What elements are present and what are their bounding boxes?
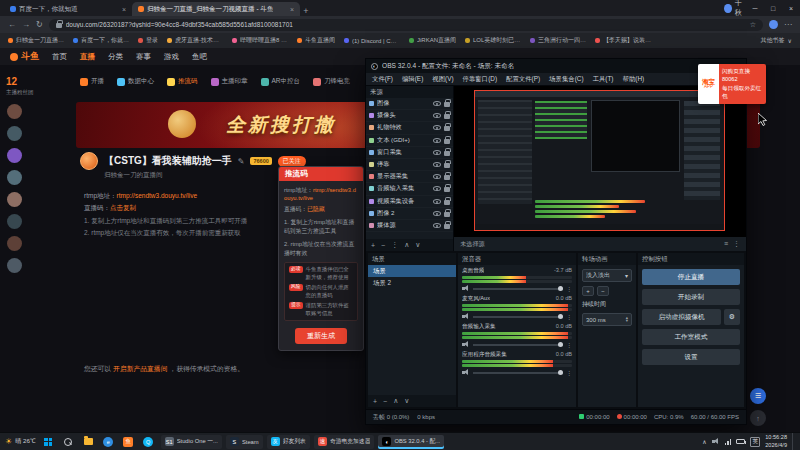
close-icon[interactable]: × (782, 5, 800, 12)
move-down-icon[interactable]: ∨ (404, 397, 409, 405)
taobao-promo-badge[interactable]: 淘宝 APP 闪购页直接 80062 每日领取外卖红包 (698, 64, 766, 104)
obs-menu-item[interactable]: 工具(T) (593, 75, 614, 84)
douyu-nav-item[interactable]: 游戏 (164, 52, 179, 62)
obs-titlebar[interactable]: ◐ OBS 32.0.4 - 配置文件: 未命名 - 场景: 未命名 ─ □ × (366, 59, 746, 73)
bookmark-star-icon[interactable]: ☆ (750, 21, 756, 29)
taskbar-window-button[interactable]: 速 奇游电竞加速器 (314, 435, 375, 449)
source-properties-icon[interactable]: ⋮ (391, 241, 398, 249)
visibility-eye-icon[interactable] (433, 113, 441, 118)
qq-app-button[interactable]: Q (141, 435, 156, 449)
lock-icon[interactable] (444, 114, 450, 119)
duration-stepper[interactable]: 300 ms ▴▾ (582, 313, 632, 326)
fan-club-badge[interactable]: 12 主播粉丝团 (6, 71, 72, 96)
channel-menu-icon[interactable]: ⋮ (566, 369, 572, 376)
source-row[interactable]: 图像 (366, 98, 453, 110)
obs-menu-item[interactable]: 视图(V) (432, 75, 453, 84)
douyu-nav-item[interactable]: 鱼吧 (192, 52, 207, 62)
source-row[interactable]: 停靠 (366, 159, 453, 171)
streamer-avatar[interactable] (7, 258, 22, 273)
streamer-tool-tab[interactable]: 主播印章 (211, 77, 248, 86)
obs-menu-item[interactable]: 编辑(E) (402, 75, 423, 84)
source-row[interactable]: 文本 (GDI+) (366, 135, 453, 147)
obs-menu-item[interactable]: 停靠窗口(D) (463, 75, 497, 84)
douyu-nav-item[interactable]: 分类 (108, 52, 123, 62)
visibility-eye-icon[interactable] (433, 186, 441, 191)
lock-icon[interactable] (444, 139, 450, 144)
source-menu-icon[interactable]: ⋮ (733, 240, 740, 248)
rtmp-value[interactable]: rtmp://sendtw3.douyu.tv/live (117, 192, 198, 199)
douyu-nav-item[interactable]: 首页 (52, 52, 67, 62)
visibility-eye-icon[interactable] (433, 199, 441, 204)
add-transition-icon[interactable]: + (582, 286, 594, 296)
bookmark-item[interactable]: 三角洲行动一四金... (530, 36, 586, 45)
minimize-icon[interactable]: ─ (746, 5, 764, 12)
move-up-icon[interactable]: ∧ (404, 241, 409, 249)
bookmark-item[interactable]: 斗鱼直播间 (297, 36, 335, 45)
virtual-camera-settings-icon[interactable]: ⚙ (724, 309, 740, 325)
other-bookmarks-button[interactable]: 其他书签 ∨ (761, 36, 792, 45)
forward-icon[interactable]: → (22, 20, 30, 29)
douyu-logo[interactable]: 斗鱼 (10, 50, 39, 63)
show-desktop-button[interactable] (792, 433, 795, 450)
code-value[interactable]: 点击复制 (110, 204, 136, 211)
streamer-tool-tab[interactable]: AR中控台 (261, 77, 301, 86)
obs-menu-item[interactable]: 文件(F) (372, 75, 393, 84)
new-tab-button[interactable]: + (300, 6, 312, 16)
lock-icon[interactable] (444, 212, 450, 217)
back-to-top-button[interactable]: ↑ (750, 410, 766, 426)
source-row[interactable]: 显示器采集 (366, 171, 453, 183)
network-icon[interactable] (725, 439, 732, 445)
douyu-nav-item[interactable]: 直播 (80, 52, 95, 62)
channel-menu-icon[interactable]: ⋮ (566, 285, 572, 292)
douyu-app-button[interactable]: 鱼 (121, 435, 136, 449)
bookmark-item[interactable]: (1) Discord | CSTG... (344, 38, 400, 44)
remove-scene-icon[interactable]: − (383, 398, 387, 405)
volume-slider[interactable] (473, 372, 563, 374)
visibility-eye-icon[interactable] (433, 174, 441, 179)
taskbar-clock[interactable]: 10:56:28 2026/4/9 (765, 434, 787, 449)
streamer-tool-tab[interactable]: 数据中心 (117, 77, 154, 86)
maximize-icon[interactable]: □ (764, 5, 782, 12)
streamer-tool-tab[interactable]: 推流码 (167, 77, 198, 86)
source-row[interactable]: 窗口采集 (366, 147, 453, 159)
remove-source-icon[interactable]: − (381, 242, 385, 249)
tab-close-icon[interactable]: × (122, 6, 126, 13)
volume-slider-knob[interactable] (558, 342, 563, 347)
weather-widget[interactable]: ☀ 晴 26℃ (5, 437, 36, 446)
remove-transition-icon[interactable]: − (597, 286, 609, 296)
douyu-nav-item[interactable]: 赛事 (136, 52, 151, 62)
visibility-eye-icon[interactable] (433, 150, 441, 155)
add-scene-icon[interactable]: + (373, 398, 377, 405)
panel-code-value[interactable]: 已隐藏 (307, 206, 324, 212)
visibility-eye-icon[interactable] (433, 211, 441, 216)
channel-menu-icon[interactable]: ⋮ (566, 313, 572, 320)
settings-button[interactable]: 设置 (642, 349, 740, 365)
volume-slider-knob[interactable] (558, 370, 563, 375)
stop-streaming-button[interactable]: 停止直播 (642, 269, 740, 285)
lock-icon[interactable] (444, 163, 450, 168)
new-room-link[interactable]: 开启新产品直播间 (113, 365, 167, 372)
bookmark-item[interactable]: 登录 (138, 36, 158, 45)
tray-expand-icon[interactable]: ∧ (702, 438, 706, 445)
stepper-arrows[interactable]: ▴▾ (626, 317, 628, 322)
profile-avatar[interactable] (769, 20, 778, 29)
volume-icon[interactable] (712, 438, 720, 445)
studio-mode-button[interactable]: 工作室模式 (642, 329, 740, 345)
bookmark-item[interactable]: 百度一下，你就知道 (73, 36, 129, 45)
speaker-mute-icon[interactable] (462, 369, 470, 376)
lock-icon[interactable] (444, 126, 450, 131)
obs-menu-item[interactable]: 配置文件(P) (506, 75, 540, 84)
browser-tab-active[interactable]: 归独金一刀直播_归独金一刀视频直播 - 斗鱼 × (132, 2, 300, 16)
streamer-avatar[interactable] (7, 126, 22, 141)
add-source-icon[interactable]: + (371, 242, 375, 249)
language-indicator[interactable]: 英 (750, 437, 760, 447)
source-row[interactable]: 摄像头 (366, 110, 453, 122)
taskbar-window-button[interactable]: S Steam (226, 435, 263, 449)
volume-slider[interactable] (473, 344, 563, 346)
visibility-eye-icon[interactable] (433, 101, 441, 106)
edit-title-icon[interactable]: ✎ (238, 157, 245, 166)
source-row[interactable]: 礼物特效 (366, 122, 453, 134)
volume-slider[interactable] (473, 288, 563, 290)
visibility-eye-icon[interactable] (433, 125, 441, 130)
source-row[interactable]: 音频输入采集 (366, 183, 453, 195)
